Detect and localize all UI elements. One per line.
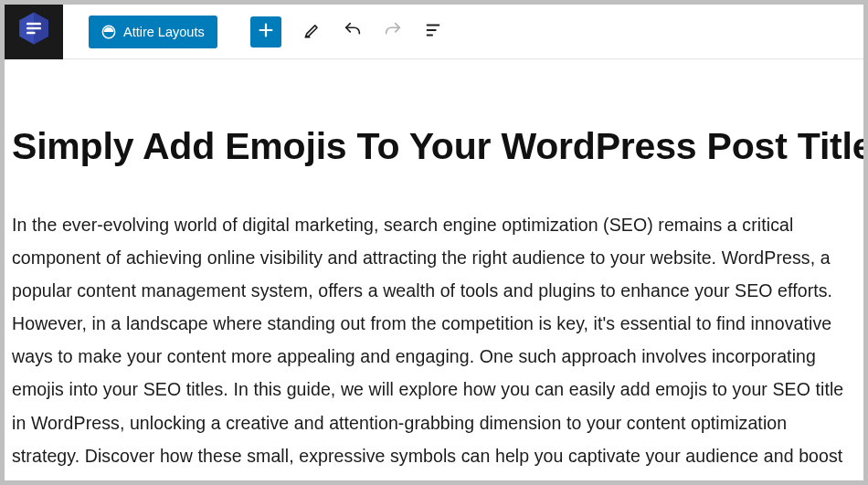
editor-toolbar: Attire Layouts <box>5 5 863 59</box>
post-title-text: Simply Add Emojis To Your WordPress Post… <box>12 125 863 167</box>
undo-button[interactable] <box>334 14 371 50</box>
attire-layouts-label: Attire Layouts <box>123 25 205 39</box>
undo-icon <box>343 20 363 43</box>
plus-icon <box>256 20 276 43</box>
attire-layouts-button[interactable]: Attire Layouts <box>89 16 217 48</box>
site-logo-button[interactable] <box>5 5 63 59</box>
edit-mode-button[interactable] <box>294 14 331 50</box>
document-overview-button[interactable] <box>415 14 451 50</box>
svg-rect-3 <box>26 26 41 29</box>
redo-icon <box>383 20 403 43</box>
add-block-button[interactable] <box>250 16 281 47</box>
editor-frame: Attire Layouts <box>5 5 863 480</box>
post-body-paragraph[interactable]: In the ever-evolving world of digital ma… <box>12 208 856 480</box>
editor-content[interactable]: Simply Add Emojis To Your WordPress Post… <box>5 125 863 480</box>
pencil-icon <box>302 20 323 43</box>
redo-button[interactable] <box>375 14 411 50</box>
site-logo-icon <box>16 11 51 49</box>
outline-icon <box>423 20 443 43</box>
post-title[interactable]: Simply Add Emojis To Your WordPress Post… <box>12 125 856 168</box>
svg-rect-4 <box>26 31 36 34</box>
layouts-icon <box>101 25 116 39</box>
svg-rect-2 <box>26 22 41 25</box>
